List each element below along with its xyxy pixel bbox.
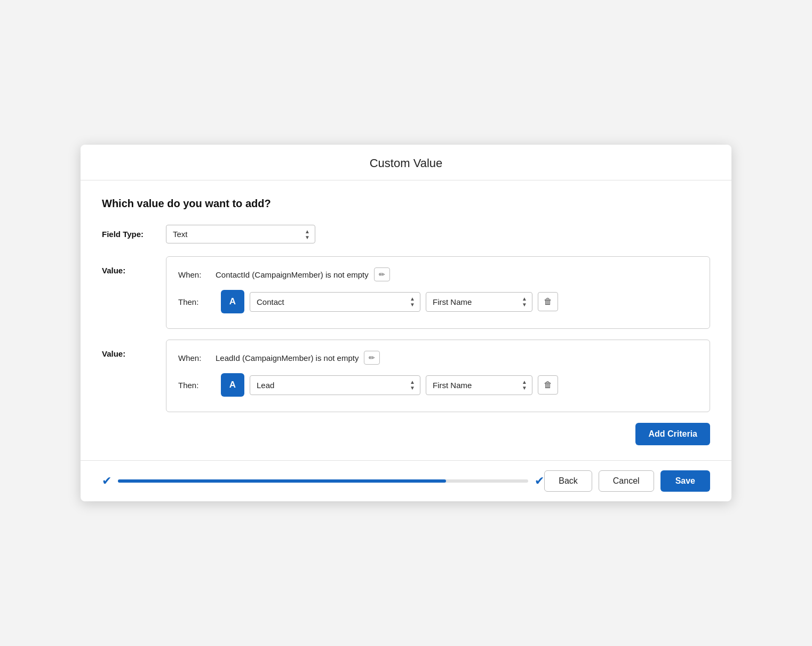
then-row-1: Then: A Contact Lead Account ▲ ▼: [178, 290, 698, 313]
progress-start-check-icon: ✔: [102, 474, 112, 488]
value-box-1: When: ContactId (CampaignMember) is not …: [166, 256, 710, 329]
when-text-1: ContactId (CampaignMember) is not empty: [216, 270, 369, 279]
delete-button-2[interactable]: 🗑: [538, 375, 558, 395]
modal-footer: ✔ ✔ Back Cancel Save: [81, 460, 731, 501]
field-select-2[interactable]: First Name Last Name Email: [426, 375, 532, 395]
add-criteria-button[interactable]: Add Criteria: [635, 423, 710, 445]
then-row-2: Then: A Contact Lead Account ▲ ▼: [178, 373, 698, 397]
value-block-1: Value: When: ContactId (CampaignMember) …: [102, 256, 710, 329]
edit-icon-1: ✏: [379, 270, 385, 279]
field-type-label: Field Type:: [102, 230, 166, 239]
edit-button-2[interactable]: ✏: [364, 351, 380, 365]
object-select-wrapper-2: Contact Lead Account ▲ ▼: [250, 375, 420, 395]
field-type-row: Field Type: Text Number Date Boolean ▲ ▼: [102, 225, 710, 243]
footer-buttons: Back Cancel Save: [544, 470, 710, 492]
progress-end-check-icon: ✔: [535, 474, 544, 488]
modal-body: Which value do you want to add? Field Ty…: [81, 180, 731, 460]
when-label-2: When:: [178, 353, 216, 363]
a-badge-2: A: [221, 373, 244, 397]
field-select-wrapper-2: First Name Last Name Email ▲ ▼: [426, 375, 532, 395]
a-badge-1: A: [221, 290, 244, 313]
value-box-2: When: LeadId (CampaignMember) is not emp…: [166, 340, 710, 412]
delete-button-1[interactable]: 🗑: [538, 292, 558, 311]
edit-icon-2: ✏: [369, 353, 375, 362]
when-row-1: When: ContactId (CampaignMember) is not …: [178, 267, 698, 281]
custom-value-modal: Custom Value Which value do you want to …: [81, 145, 731, 501]
when-text-2: LeadId (CampaignMember) is not empty: [216, 353, 359, 363]
modal-header: Custom Value: [81, 145, 731, 180]
object-select-1[interactable]: Contact Lead Account: [250, 292, 420, 312]
save-button[interactable]: Save: [660, 470, 710, 492]
delete-icon-1: 🗑: [544, 297, 552, 306]
value-block-2: Value: When: LeadId (CampaignMember) is …: [102, 340, 710, 412]
object-select-2[interactable]: Contact Lead Account: [250, 375, 420, 395]
field-type-select[interactable]: Text Number Date Boolean: [166, 225, 315, 243]
then-label-2: Then:: [178, 381, 216, 390]
section-title: Which value do you want to add?: [102, 198, 710, 210]
cancel-button[interactable]: Cancel: [599, 470, 654, 492]
progress-bar: [118, 479, 528, 483]
object-select-wrapper-1: Contact Lead Account ▲ ▼: [250, 292, 420, 312]
modal-title: Custom Value: [370, 156, 443, 170]
value-label-1: Value:: [102, 256, 166, 275]
then-label-1: Then:: [178, 297, 216, 306]
field-select-1[interactable]: First Name Last Name Email: [426, 292, 532, 312]
add-criteria-row: Add Criteria: [102, 423, 710, 445]
delete-icon-2: 🗑: [544, 380, 552, 390]
when-row-2: When: LeadId (CampaignMember) is not emp…: [178, 351, 698, 365]
field-select-wrapper-1: First Name Last Name Email ▲ ▼: [426, 292, 532, 312]
field-type-select-wrapper: Text Number Date Boolean ▲ ▼: [166, 225, 315, 243]
back-button[interactable]: Back: [544, 470, 592, 492]
edit-button-1[interactable]: ✏: [374, 267, 390, 281]
when-label-1: When:: [178, 270, 216, 279]
progress-bar-fill: [118, 479, 446, 483]
footer-progress: ✔ ✔: [102, 474, 544, 488]
value-label-2: Value:: [102, 340, 166, 358]
